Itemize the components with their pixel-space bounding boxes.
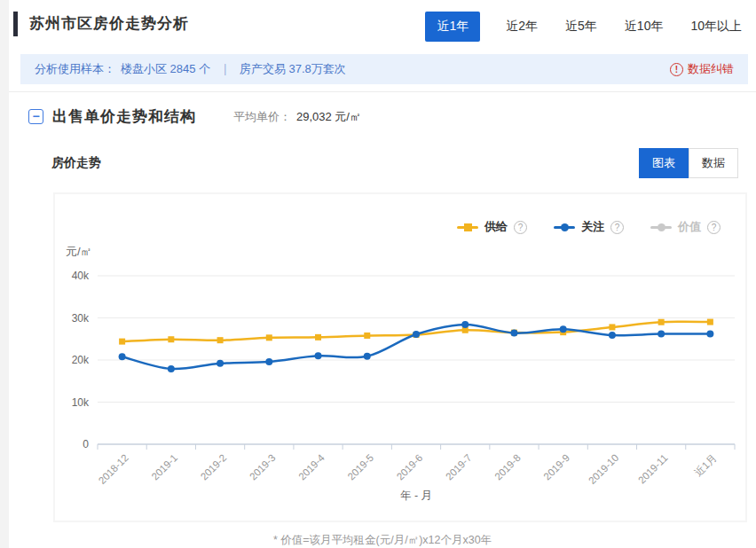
- divider: [9, 91, 756, 92]
- average-price-label: 平均单价：: [233, 110, 291, 123]
- time-range-tabs: 近1年 近2年 近5年 近10年 10年以上: [425, 12, 744, 42]
- error-report-label: 数据纠错: [688, 61, 734, 77]
- svg-text:20k: 20k: [72, 354, 90, 366]
- svg-text:0: 0: [83, 438, 89, 450]
- price-trend-chart-canvas[interactable]: 010k20k30k40k2018-122019-12019-22019-320…: [55, 194, 745, 521]
- page-title: 苏州市区房价走势分析: [29, 11, 189, 37]
- chart-data-toggle: 图表 数据: [639, 148, 738, 178]
- svg-text:30k: 30k: [72, 312, 90, 325]
- stats-separator: ｜: [219, 61, 231, 77]
- price-trend-chart-card: 元/㎡ 供给 ? 关注 ? 价值 ? 010k20k30k40k2018-122…: [53, 192, 747, 522]
- svg-text:2019-3: 2019-3: [248, 452, 278, 482]
- svg-text:2019-7: 2019-7: [444, 452, 474, 482]
- svg-text:2019-6: 2019-6: [395, 452, 425, 482]
- tab-2year[interactable]: 近2年: [504, 12, 539, 42]
- svg-text:年 - 月: 年 - 月: [400, 489, 432, 502]
- sample-stats-bar: 分析使用样本： 楼盘小区 2845 个 ｜ 房产交易 37.8万套次 ! 数据纠…: [20, 54, 748, 84]
- tab-1year[interactable]: 近1年: [425, 12, 480, 42]
- top-header: 苏州市区房价走势分析 近1年 近2年 近5年 近10年 10年以上: [9, 0, 756, 42]
- toggle-chart-button[interactable]: 图表: [639, 148, 689, 178]
- svg-text:2018-12: 2018-12: [97, 452, 130, 486]
- svg-text:2019-10: 2019-10: [587, 452, 620, 486]
- chart-title-row: 房价走势 图表 数据: [51, 148, 738, 178]
- title-accent-bar: [13, 12, 18, 36]
- svg-text:40k: 40k: [72, 270, 90, 282]
- svg-text:2019-8: 2019-8: [492, 452, 523, 482]
- page-content: 苏州市区房价走势分析 近1年 近2年 近5年 近10年 10年以上 分析使用样本…: [9, 0, 756, 548]
- sample-label: 分析使用样本：: [35, 61, 115, 77]
- sample-stats-text: 分析使用样本： 楼盘小区 2845 个 ｜ 房产交易 37.8万套次: [35, 61, 346, 77]
- error-report-button[interactable]: ! 数据纠错: [670, 61, 734, 77]
- average-price-value: 29,032 元/㎡: [296, 110, 361, 123]
- svg-text:2019-1: 2019-1: [149, 452, 179, 482]
- sample-transaction-count: 房产交易 37.8万套次: [240, 61, 346, 77]
- collapse-icon[interactable]: −: [28, 109, 43, 124]
- section-header: − 出售单价走势和结构 平均单价：29,032 元/㎡: [28, 106, 756, 127]
- sample-community-count: 楼盘小区 2845 个: [121, 61, 210, 77]
- tab-over10year[interactable]: 10年以上: [689, 12, 744, 42]
- section-title: 出售单价走势和结构: [52, 106, 196, 127]
- average-price: 平均单价：29,032 元/㎡: [233, 109, 361, 125]
- svg-text:近1月: 近1月: [693, 452, 719, 478]
- svg-text:10k: 10k: [72, 396, 90, 409]
- info-circle-icon: !: [670, 63, 683, 76]
- svg-text:2019-4: 2019-4: [296, 452, 327, 482]
- title-wrap: 苏州市区房价走势分析: [20, 11, 189, 37]
- tab-5year[interactable]: 近5年: [563, 12, 599, 42]
- tab-10year[interactable]: 近10年: [623, 12, 665, 42]
- page-left-gutter: [0, 0, 9, 548]
- value-formula-footnote: * 价值=该月平均租金(元/月/㎡)x12个月x30年: [9, 533, 756, 548]
- svg-text:2019-11: 2019-11: [636, 452, 670, 486]
- svg-text:2019-5: 2019-5: [345, 452, 375, 482]
- chart-title: 房价走势: [51, 155, 101, 171]
- svg-text:2019-9: 2019-9: [541, 452, 571, 482]
- toggle-data-button[interactable]: 数据: [689, 148, 738, 178]
- svg-text:2019-2: 2019-2: [199, 452, 229, 482]
